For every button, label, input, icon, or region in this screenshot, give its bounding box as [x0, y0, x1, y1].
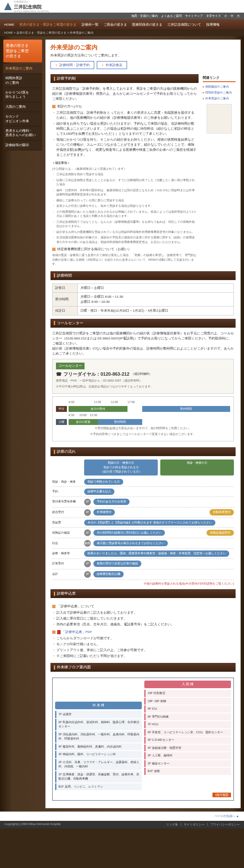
hospital-name-en: MITSUI MEMORIAL HOSPITAL — [14, 10, 50, 13]
section-hours: 診療時間 — [50, 271, 236, 280]
topbar-sitemap[interactable]: サイトマップ — [185, 14, 203, 18]
rel-link-0[interactable]: 病院施設のご案内 — [203, 84, 236, 90]
callcenter-box: コールセンター フリーダイヤル：0120-863-212（通話料無料） 携帯電話… — [52, 359, 234, 394]
header: 社会福祉法人 三井記念病院 MITSUI MEMORIAL HOSPITAL — [0, 0, 244, 13]
nav-professionals[interactable]: 医療関係者の皆さま — [132, 22, 162, 27]
floor-item: B1F 放散 — [144, 768, 231, 775]
note-3: 継続して診療を行っている間に新たに受診する場合 — [52, 198, 197, 203]
fontsize-medium[interactable]: 中 — [231, 14, 233, 18]
page-title: 外来受診のご案内 — [50, 44, 236, 51]
flow-row: 初診・再診・検査初診で来院されている方 — [52, 477, 234, 487]
copyright: Copyright(c) 2009 Mitsui Memorial Hospit… — [4, 823, 61, 827]
note-4: 患者さんが任意に診療を中止し、改めて受診する場合は初診となります。 — [52, 204, 197, 208]
flow-row: 会計1F診療費自動支払機 — [52, 569, 234, 580]
nav-careers[interactable]: 採用情報 — [206, 22, 220, 27]
app2-2: プリントアウト後、事前にご記入の上、ご持参が可能です。 — [52, 648, 234, 653]
floor-item: 7F HCU — [144, 721, 231, 728]
floor-item: 4F 整形外科、脳神経外科、皮膚科、内分泌内科 — [55, 743, 142, 750]
cc-box-head: コールセンター — [56, 363, 85, 369]
sidebar-item-afterhours[interactable]: 時間外受診 のご案内 — [3, 74, 42, 88]
cc-intro: 三井記念病院での受診をご希望の方は他の医療機関からの紹介状（診療情報提供書等）を… — [52, 331, 234, 356]
page-subtitle: 外来受診の受診方法等についてご案内します。 — [50, 53, 236, 58]
floor-item: 3F 神経内科、眼科、リハビリテーション科 — [55, 751, 142, 758]
floor-legend[interactable]: 1階平面図 — [212, 793, 231, 797]
note-5: どの程度期間があいたら当該とみなされるかは明確にされていません。疾患によっては最… — [52, 210, 197, 219]
sidebar-item-doctor[interactable]: かかりつけ医を 持ちましょう — [3, 88, 42, 102]
sidebar-item-inpatient[interactable]: 入院のご案内 — [3, 102, 42, 112]
tl-weekday: 平日 — [56, 406, 67, 412]
reserve-b3: 地域にかかりつけ医を持ち、そこからの紹介状をお持ちください。程状の状態検査結果な… — [52, 137, 197, 158]
content: 外来受診のご案内 外来受診の受診方法等についてご案内します。 診療時間・診療予約… — [45, 40, 241, 808]
floor-item: 9F ICU — [144, 705, 231, 713]
cc-sub: 携帯電話・PHS・一部IP電話から：03-3862-9207（通話料有料） — [56, 379, 230, 383]
rel-link-2[interactable]: 外来受診のご案内 — [203, 96, 236, 101]
flow-col-first: 初診の方・検査の方 初めての科を受診される方 （紹介状で受診されている方） — [84, 459, 158, 475]
floor-item: B1F 薬局、コンビニ、レストラン — [55, 783, 142, 791]
sidebar-item-records[interactable]: 診療録等の開示 — [3, 141, 42, 150]
section-callcenter: コールセンター — [50, 319, 236, 328]
nav-about[interactable]: 三井記念病院について — [167, 22, 201, 27]
pdf-link[interactable]: 「診療申込書」PDF — [57, 630, 92, 635]
note-6: 三井記念病院宛てではなくとも、なんらか（診療情報提供書等）をお持ちであれば、対応… — [52, 220, 197, 229]
note-1: 以前に三井記念病院を受診したことがあるが、すでに治療期間が終了した（治癒した）後… — [52, 178, 197, 187]
footer-policy[interactable]: サイトポリシー — [184, 823, 204, 827]
sidebar-item-second-opinion[interactable]: セカンド オピニオン外来 — [3, 112, 42, 126]
app-title1: 「診療申込書」について — [52, 604, 234, 609]
flow-row: 計算受付1F各階の受付で必要な計算の確認 — [52, 559, 234, 569]
org-name: 社会福祉法人 — [14, 0, 50, 4]
note-0: 三井記念病院を初めて受診する場合 — [52, 172, 197, 177]
sidebar-item-outpatient[interactable]: 外来受診のご案内 — [3, 64, 42, 74]
timeline: 8:3011:0012:0017:00 平日 当日の受付受付時間 8:30 10… — [52, 396, 234, 441]
related-image — [207, 104, 232, 134]
app2-0: こちらからダウンロードが可能です。 — [52, 636, 234, 641]
footer-privacy[interactable]: プライバシーポリシー — [210, 823, 240, 827]
flow-row: 受診票本日の【受診票】と【受診内線】が印刷されます 黄色のクリアケースに入れてお… — [52, 518, 234, 528]
topbar: 地図・交通のご案内 よくあるご質問 サイトマップ 文字サイズ 小 中 大 — [0, 13, 244, 19]
floor-item: 1F 生理検査、採血・採尿室、画像診断、受付、診療外来、自動支払機、自動再来機 — [55, 771, 142, 783]
flow-col-return: 再診・検査の方 — [160, 459, 234, 475]
cc-number: フリーダイヤル：0120-863-212（通話料無料） — [56, 371, 230, 378]
flow-row: 予約診療申込書を記入 — [52, 487, 234, 497]
outpatient-head: 外 来 棟 — [55, 702, 142, 709]
nav-patients[interactable]: 患者の皆さま・受診をご希望の皆さま — [19, 22, 77, 27]
note-2: 歯科・口腔外科、外科等の医科科は、健康保険法上は別の設定となるため（それぞれに初… — [52, 188, 197, 197]
footer: Copyright(c) 2009 Mitsui Memorial Hospit… — [0, 821, 244, 828]
section-floor: 外来棟フロア案内図 — [50, 663, 236, 672]
app1-0: 記入台で診療申込書のご記入をお願いしております。 — [52, 610, 234, 615]
anchor-hours[interactable]: 診療時間・診療予約 — [50, 61, 94, 69]
anchor-schedule[interactable]: 外来診療表 — [97, 61, 127, 69]
flow-row: 受付番号票発券機1F予約のある方のみ発券 — [52, 497, 234, 507]
hospital-name: 三井記念病院 — [14, 4, 50, 10]
reserve-b1: 三井記念病院では、診療予約制をとっており、多くの患者さんに高度・先端医療を提供す… — [52, 110, 197, 120]
cc-sub2: ※平日午後14時以降は、比較的お電話がつながりやすくなっております。 — [56, 385, 230, 389]
floor-item: 10F~18F 病棟 — [144, 698, 231, 705]
sidebar-hero: 患者の皆さま 受診をご希望 の皆さま — [3, 40, 42, 62]
floor-item: 19F 特別食堂 — [144, 690, 231, 697]
hours-table: 診察日月曜日～土曜日 受付時間月曜日～金曜日 8:00～11:30 土曜日 8:… — [52, 283, 234, 315]
section-application: 診療申込書 — [50, 589, 236, 598]
floor-item: 5F C.D.MEセンター — [144, 737, 231, 744]
topbar-faq[interactable]: よくあるご質問 — [161, 14, 182, 18]
topbar-map[interactable]: 地図・交通のご案内 — [131, 14, 158, 18]
back-to-top[interactable]: ページの先頭へ ▲ — [0, 812, 244, 821]
rel-link-1[interactable]: 時間外受診のご案内 — [203, 90, 236, 96]
sidebar-item-rights[interactable]: 患者さんの権利・ 患者さんへのお願い — [3, 126, 42, 141]
logo[interactable]: 社会福祉法人 三井記念病院 MITSUI MEMORIAL HOSPITAL — [4, 0, 50, 13]
nav-home[interactable]: HOME — [4, 23, 14, 27]
fontsize-large[interactable]: 大 — [237, 14, 240, 18]
inpatient-head: 入 院 棟 — [144, 681, 231, 688]
fontsize-small[interactable]: 小 — [224, 14, 227, 18]
app1-1: 記入後に受付窓口にご提出していただきます。 — [52, 616, 234, 621]
floor-item: 4F 放射線治療・核医学室 — [144, 745, 231, 752]
nav-visitors[interactable]: ご面会の皆さま — [103, 22, 127, 27]
sidebar: 患者の皆さま 受診をご希望 の皆さま 外来受診のご案内 時間外受診 のご案内 か… — [3, 40, 42, 808]
nav-departments[interactable]: 診療科一覧 — [82, 22, 98, 27]
flow-row: 待合各階表示盤に受診番号が表示されるまでお待ちください — [52, 538, 234, 549]
footer-links[interactable]: リンク集 — [166, 823, 178, 827]
app2-1: モノクロ印刷で構いません。 — [52, 642, 234, 647]
app1-2: 所内の必要事項（氏名、生年月日、連絡先、電話番号等）をご記入ください。 — [52, 622, 234, 627]
floor-item: 6F 手術室、リハビリテーション室、CCU、透析センター — [144, 729, 231, 736]
logo-icon — [4, 3, 12, 10]
app2-3: ※ご来院時にご記載いただく手間が省けます。 — [52, 654, 234, 659]
floor-map: 外 来 棟 7F 会議室6F 乳腺内分泌外科、形成外科、精神科、臨床心理、化学療… — [52, 678, 234, 801]
